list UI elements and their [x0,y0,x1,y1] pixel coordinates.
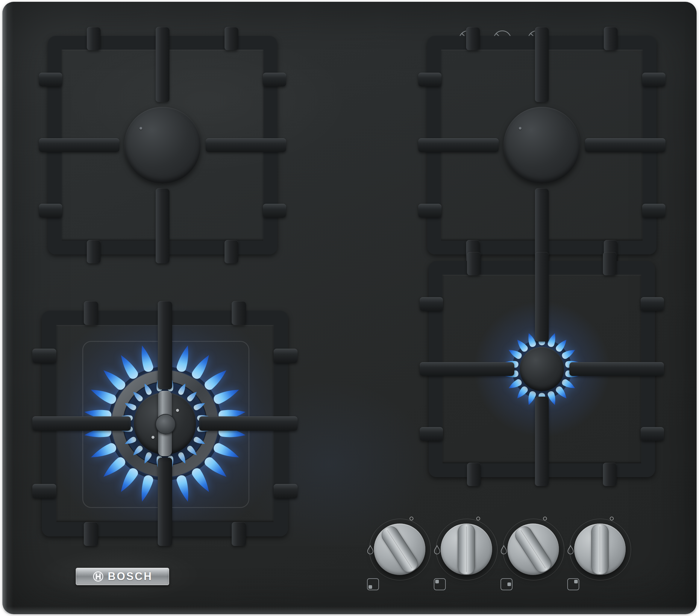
control-knob-back-left[interactable] [441,523,492,575]
grate-stub [263,73,286,86]
grate-stub [642,73,665,86]
grate-stub [87,27,101,50]
burner-mid-right-icon [501,578,513,590]
grate-bar [39,138,119,152]
off-position-dot [410,517,413,521]
wok-burner-hub [155,414,176,434]
grate-stub [274,484,298,498]
burner-cap-back-right [503,107,580,184]
grate-stub [32,484,56,498]
knob-2 [432,509,501,593]
grate-bar [199,416,298,431]
off-position-dot [476,517,480,521]
grate-stub [603,252,617,276]
burner-cap-mid-right [520,347,564,391]
flame-icon [433,545,441,555]
grate-stub [467,252,481,276]
off-position-dot [543,517,547,521]
bosch-circle-armature-icon [92,571,104,582]
brand-wordmark: BOSCH [108,571,153,582]
grate-bar [420,362,514,376]
knob-3 [499,509,568,593]
grate-bar [156,27,169,102]
grate-bar [418,138,499,152]
knob-grip[interactable] [591,524,609,574]
grate-stub [603,463,617,486]
burner-cap-back-left [124,107,201,184]
knob-grip[interactable] [458,524,475,574]
grate-stub [232,522,246,546]
grate-bar [535,27,549,102]
grate-stub [263,204,286,218]
screw-icon [176,409,179,412]
knob-grip[interactable] [512,523,554,575]
grate-stub [420,297,443,311]
grate-stub [225,240,238,264]
grate-stub [641,427,664,441]
knob-4 [566,509,634,593]
grate-stub [84,301,98,325]
grate-bar [158,301,172,389]
control-knob-front-left[interactable] [374,523,425,575]
grate-stub [604,27,618,50]
knob-1 [365,509,434,593]
grate-bar [158,458,172,546]
grate-stub [232,301,246,325]
grate-stub [39,204,62,218]
grate-back-left [48,36,277,254]
grate-stub [466,27,480,50]
flame-icon [567,545,575,555]
control-knob-mid-right[interactable] [507,523,559,575]
grate-stub [84,522,98,546]
grate-stub [225,27,238,50]
grate-bar [569,362,664,376]
flame-icon [366,545,374,555]
off-position-dot [610,517,614,521]
grate-bar [585,138,665,152]
flame-icon [500,545,508,555]
control-knob-back-right[interactable] [574,523,626,575]
grate-bar [32,416,131,431]
burner-front-left-icon [367,578,379,590]
bosch-logo-plate: BOSCH [76,568,169,585]
grate-stub [420,427,443,441]
grate-stub [418,204,441,218]
grate-bar [156,188,169,264]
grate-back-right [427,36,657,254]
grate-stub [274,349,298,363]
burner-back-left-icon [434,578,446,590]
burner-back-right-icon [567,578,579,590]
grate-stub [87,240,101,264]
grate-stub [642,204,665,218]
grate-stub [418,73,441,86]
grate-bar [535,397,549,486]
knob-grip[interactable] [379,523,421,575]
grate-stub [32,349,56,363]
grate-stub [467,463,481,486]
screw-icon [151,436,155,439]
grate-bar [206,138,286,152]
grate-bar [535,252,549,342]
grate-stub [641,297,664,311]
grate-stub [39,73,62,86]
product-photo-stage: BOSCH [0,0,699,616]
